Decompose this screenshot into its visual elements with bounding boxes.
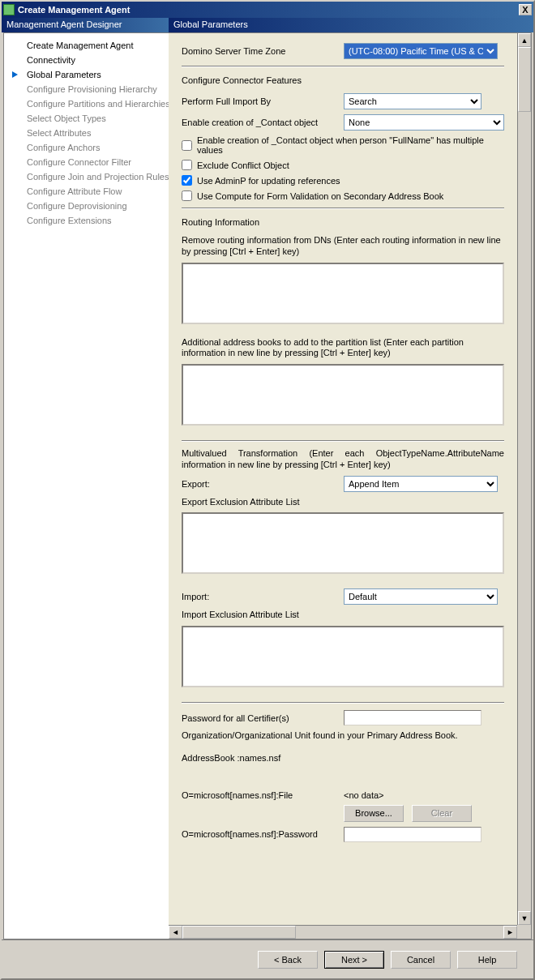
- close-icon: X: [522, 5, 528, 15]
- wizard-steps: Create Management Agent Connectivity Glo…: [4, 33, 169, 939]
- step-join-projection: Configure Join and Projection Rules: [4, 169, 169, 184]
- full-import-select[interactable]: Search: [344, 93, 481, 109]
- chevron-left-icon: ◄: [172, 928, 179, 936]
- step-attribute-flow: Configure Attribute Flow: [4, 184, 169, 199]
- step-extensions: Configure Extensions: [4, 213, 169, 228]
- step-create-agent[interactable]: Create Management Agent: [4, 38, 169, 53]
- cancel-label: Cancel: [407, 955, 434, 965]
- cb-exclude-conflict-label: Exclude Conflict Object: [197, 160, 289, 170]
- back-label: < Back: [274, 955, 302, 965]
- step-object-types: Select Object Types: [4, 111, 169, 126]
- addrbook-help: Additional address books to add to the p…: [182, 337, 504, 360]
- step-global-parameters[interactable]: Global Parameters: [4, 67, 169, 82]
- clear-label: Clear: [431, 808, 452, 818]
- export-label: Export:: [182, 479, 344, 489]
- cb-exclude-conflict-input[interactable]: [182, 160, 192, 170]
- routing-textarea[interactable]: [182, 263, 504, 324]
- subheader-right: Global Parameters: [169, 18, 533, 32]
- multival-help: Multivalued Transformation (Enter each O…: [182, 448, 504, 471]
- routing-help: Remove routing information from DNs (Ent…: [182, 235, 504, 258]
- hscroll-thumb[interactable]: [182, 926, 296, 939]
- main-panel: Domino Server Time Zone (UTC-08:00) Paci…: [169, 33, 531, 939]
- next-label: Next >: [341, 955, 367, 965]
- org-note: Organization/Organizational Unit found i…: [182, 730, 504, 742]
- back-button[interactable]: < Back: [258, 951, 318, 969]
- file-label: O=microsoft[names.nsf]:File: [182, 790, 344, 800]
- pw2-label: O=microsoft[names.nsf]:Password: [182, 829, 344, 839]
- titlebar: Create Management Agent X: [2, 2, 533, 18]
- addrbook-textarea[interactable]: [182, 364, 504, 426]
- step-partitions: Configure Partitions and Hierarchies: [4, 96, 169, 111]
- connector-features-heading: Configure Connector Features: [182, 75, 504, 85]
- scroll-left-button[interactable]: ◄: [169, 926, 182, 939]
- tz-select[interactable]: (UTC-08:00) Pacific Time (US & Can: [344, 43, 498, 59]
- scroll-down-button[interactable]: ▼: [518, 911, 531, 925]
- export-excl-textarea[interactable]: [182, 512, 504, 574]
- step-deprovisioning: Configure Deprovisioning: [4, 199, 169, 213]
- close-button[interactable]: X: [519, 4, 532, 15]
- help-label: Help: [478, 955, 497, 965]
- wizard-button-bar: < Back Next > Cancel Help: [2, 939, 533, 978]
- chevron-up-icon: ▲: [521, 36, 529, 45]
- step-anchors: Configure Anchors: [4, 140, 169, 155]
- cb-enable-contact-multi-input[interactable]: [182, 140, 192, 151]
- vertical-scrollbar[interactable]: ▲ ▼: [517, 33, 531, 939]
- cb-enable-contact-multi[interactable]: Enable creation of _Contact object when …: [182, 135, 504, 155]
- cb-use-adminp-input[interactable]: [182, 175, 192, 186]
- horizontal-scrollbar[interactable]: ◄ ►: [169, 925, 517, 939]
- step-connector-filter: Configure Connector Filter: [4, 155, 169, 169]
- body-area: Create Management Agent Connectivity Glo…: [3, 32, 532, 939]
- cb-use-compute-input[interactable]: [182, 190, 192, 201]
- step-connectivity[interactable]: Connectivity: [4, 53, 169, 67]
- scroll-up-button[interactable]: ▲: [518, 33, 531, 47]
- export-select[interactable]: Append Item: [344, 476, 498, 492]
- window-title: Create Management Agent: [18, 5, 130, 15]
- addrbook-line: AddressBook :names.nsf: [182, 753, 504, 764]
- subheader-left: Management Agent Designer: [2, 18, 169, 32]
- next-button[interactable]: Next >: [324, 951, 384, 969]
- chevron-down-icon: ▼: [521, 914, 529, 922]
- browse-button[interactable]: Browse...: [344, 805, 404, 822]
- step-provisioning-hierarchy: Configure Provisioning Hierarchy: [4, 82, 169, 96]
- cb-enable-contact-multi-label: Enable creation of _Contact object when …: [197, 135, 504, 155]
- cancel-button[interactable]: Cancel: [391, 951, 451, 969]
- cb-use-adminp-label: Use AdminP for updating references: [197, 176, 340, 186]
- import-excl-textarea[interactable]: [182, 626, 504, 687]
- routing-heading: Routing Information: [182, 217, 504, 227]
- form-scroll: Domino Server Time Zone (UTC-08:00) Paci…: [169, 33, 517, 939]
- subheader: Management Agent Designer Global Paramet…: [2, 18, 533, 32]
- import-excl-label: Import Exclusion Attribute List: [182, 610, 504, 621]
- scroll-corner: [517, 925, 531, 939]
- cb-use-adminp[interactable]: Use AdminP for updating references: [182, 175, 504, 186]
- enable-contact-select[interactable]: None: [344, 114, 504, 131]
- pw2-input[interactable]: [344, 827, 481, 842]
- file-value: <no data>: [344, 790, 384, 800]
- vscroll-thumb[interactable]: [518, 47, 531, 112]
- chevron-right-icon: ►: [507, 928, 514, 936]
- cb-use-compute-label: Use Compute for Form Validation on Secon…: [197, 191, 443, 201]
- certifier-pw-input[interactable]: [344, 710, 481, 725]
- app-icon: [3, 4, 15, 15]
- tz-label: Domino Server Time Zone: [182, 46, 344, 56]
- scroll-right-button[interactable]: ►: [503, 926, 517, 939]
- export-excl-label: Export Exclusion Attribute List: [182, 497, 504, 508]
- import-label: Import:: [182, 592, 344, 601]
- clear-button[interactable]: Clear: [412, 805, 472, 822]
- cb-exclude-conflict[interactable]: Exclude Conflict Object: [182, 160, 504, 170]
- help-button[interactable]: Help: [457, 951, 517, 969]
- certifier-pw-label: Password for all Certifier(s): [182, 713, 344, 723]
- browse-label: Browse...: [355, 808, 392, 818]
- full-import-label: Perform Full Import By: [182, 96, 344, 106]
- import-select[interactable]: Default: [344, 588, 498, 605]
- enable-contact-label: Enable creation of _Contact object: [182, 118, 344, 127]
- cb-use-compute[interactable]: Use Compute for Form Validation on Secon…: [182, 190, 504, 201]
- step-attributes: Select Attributes: [4, 126, 169, 140]
